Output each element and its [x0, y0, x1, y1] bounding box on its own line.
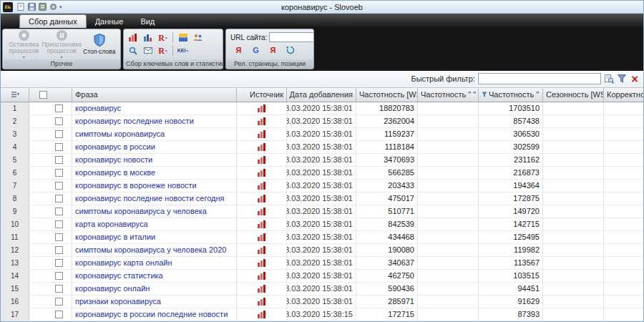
table-row[interactable]: 16 признаки коронавируса 13.03.2020 15:3…	[1, 296, 643, 308]
mail-stats-button[interactable]	[141, 45, 155, 57]
row-checkbox[interactable]	[55, 259, 63, 267]
corner-header-cell[interactable]	[1, 88, 29, 102]
phrase-cell[interactable]: коронавирус в россии последние новости	[72, 308, 237, 321]
freq-ws-cell: 1118184	[356, 141, 418, 153]
tab-view[interactable]: Вид	[132, 15, 163, 28]
table-row[interactable]: 9 симптомы коронавируса у человека 13.03…	[1, 205, 643, 218]
phrase-cell[interactable]: симптомы коронавируса	[72, 128, 237, 140]
google-positions-button[interactable]: G	[249, 44, 263, 56]
stop-words-button[interactable]: Стоп-слова	[81, 34, 119, 56]
phrase-cell[interactable]: коронавирус онлайн	[72, 283, 237, 295]
phrase-cell[interactable]: коронавирус	[72, 102, 237, 114]
wordstat-parse-button[interactable]	[126, 32, 140, 44]
table-row[interactable]: 6 коронавирус в москве 13.03.2020 15:38:…	[1, 167, 643, 180]
phrase-cell[interactable]: коронавирус карта онлайн	[72, 257, 237, 269]
rambler-top-button[interactable]: R ▾	[156, 45, 170, 57]
row-checkbox[interactable]	[55, 117, 63, 125]
phrase-cell[interactable]: коронавирус последние новости сегодня	[72, 192, 237, 205]
filter-settings-button[interactable]	[617, 74, 627, 84]
wordstat-stats-button[interactable]	[141, 32, 155, 44]
table-row[interactable]: 11 коронавирус в италии 13.03.2020 15:38…	[1, 231, 643, 244]
table-row[interactable]: 17 коронавирус в россии последние новост…	[1, 308, 643, 321]
source-cell	[237, 308, 287, 321]
phrase-cell[interactable]: признаки коронавируса	[72, 296, 237, 308]
stop-processes-button[interactable]: Остановка процессов ▾	[5, 30, 43, 59]
freq-quoted-cell	[418, 128, 479, 140]
row-checkbox[interactable]	[55, 169, 63, 177]
table-row[interactable]: 15 коронавирус онлайн 13.03.2020 15:38:0…	[1, 283, 643, 296]
phrase-cell[interactable]: симптомы коронавируса у человека	[72, 205, 237, 218]
phrase-cell[interactable]: карта коронавируса	[72, 218, 237, 230]
row-checkbox[interactable]	[55, 195, 63, 203]
table-row[interactable]: 2 коронавирус последние новости 13.03.20…	[1, 115, 643, 128]
clear-filter-button[interactable]: ×	[630, 74, 640, 84]
table-row[interactable]: 3 симптомы коронавируса 13.03.2020 15:38…	[1, 128, 643, 141]
yandex-positions-button[interactable]: Я	[232, 44, 245, 56]
phrase-cell[interactable]: коронавирус в россии	[72, 141, 237, 153]
table-row[interactable]: 8 коронавирус последние новости сегодня …	[1, 192, 643, 205]
refresh-positions-button[interactable]	[283, 44, 297, 56]
url-input[interactable]	[269, 32, 314, 42]
phrase-cell[interactable]: симптомы коронавируса у человека 2020	[72, 244, 237, 256]
table-row[interactable]: 5 коронавирус новости 13.03.2020 15:38:0…	[1, 154, 643, 167]
col-header-freq-ws[interactable]: Частотность [WS	[356, 88, 418, 102]
people-stats-button[interactable]	[191, 32, 205, 44]
ribbon-group-positions: URL сайта: Я G Я	[225, 29, 314, 69]
freq-ws-cell: 340637	[356, 257, 418, 269]
col-header-freq-exact[interactable]: Частотность "	[479, 88, 543, 102]
col-header-phrase[interactable]: Фраза	[72, 88, 237, 102]
row-checkbox[interactable]	[55, 156, 63, 164]
row-checkbox[interactable]	[55, 298, 63, 306]
table-row[interactable]: 13 коронавирус карта онлайн 13.03.2020 1…	[1, 257, 643, 270]
col-header-correctness[interactable]: Корректнос	[604, 88, 643, 102]
row-checkbox[interactable]	[55, 272, 63, 280]
row-checkbox[interactable]	[55, 182, 63, 190]
direct-budget-button[interactable]	[176, 32, 190, 44]
table-row[interactable]: 12 симптомы коронавируса у человека 2020…	[1, 244, 643, 257]
select-all-checkbox[interactable]	[39, 91, 47, 99]
search-count-button[interactable]	[126, 45, 140, 57]
app-icon[interactable]: ЁБ	[3, 2, 13, 12]
row-checkbox[interactable]	[55, 220, 63, 228]
row-checkbox[interactable]	[55, 130, 63, 138]
row-number: 9	[1, 205, 29, 218]
phrase-cell[interactable]: коронавирус последние новости	[72, 115, 237, 127]
qat-dropdown-icon[interactable]: ▾	[59, 4, 62, 10]
tab-collect-data[interactable]: Сбор данных	[19, 14, 87, 28]
row-number: 6	[1, 167, 29, 179]
row-checkbox[interactable]	[55, 246, 63, 254]
phrase-cell[interactable]: коронавирус в москве	[72, 167, 237, 179]
table-row[interactable]: 1 коронавирус 13.03.2020 15:38:01 188207…	[1, 102, 643, 115]
pause-processes-button[interactable]: Приостановка процессов ▾	[43, 30, 81, 59]
phrase-cell[interactable]: коронавирус в воронеже новости	[72, 180, 237, 192]
table-row[interactable]: 7 коронавирус в воронеже новости 13.03.2…	[1, 180, 643, 192]
quick-filter-input[interactable]	[478, 73, 601, 84]
table-row[interactable]: 10 карта коронавируса 13.03.2020 15:38:0…	[1, 218, 643, 231]
row-checkbox[interactable]	[55, 143, 63, 151]
row-checkbox[interactable]	[55, 208, 63, 215]
freq-exact-cell: 1703510	[479, 102, 543, 114]
row-checkbox[interactable]	[55, 311, 63, 318]
col-header-seasonality[interactable]: Сезонность [WS]	[543, 88, 604, 102]
table-row[interactable]: 4 коронавирус в россии 13.03.2020 15:38:…	[1, 141, 643, 154]
yandex-pages-button[interactable]: Я	[266, 44, 280, 56]
row-checkbox[interactable]	[55, 233, 63, 241]
phrase-cell[interactable]: коронавирус статистика	[72, 270, 237, 282]
row-checkbox[interactable]	[55, 104, 63, 112]
tab-data[interactable]: Данные	[87, 15, 132, 28]
phrase-cell[interactable]: коронавирус новости	[72, 154, 237, 166]
save-icon[interactable]	[27, 3, 36, 11]
settings-gear-icon[interactable]	[49, 3, 57, 11]
row-checkbox[interactable]	[55, 285, 63, 293]
col-header-freq-quoted[interactable]: Частотность " " [	[418, 88, 479, 102]
export-icon[interactable]	[38, 3, 47, 11]
phrase-cell[interactable]: коронавирус в италии	[72, 231, 237, 243]
new-project-icon[interactable]	[16, 3, 25, 11]
col-header-source[interactable]: Источник	[237, 88, 287, 102]
column-filter-icon[interactable]	[482, 92, 487, 97]
table-row[interactable]: 14 коронавирус статистика 13.03.2020 15:…	[1, 270, 643, 283]
col-header-date-added[interactable]: Дата добавления	[287, 88, 356, 102]
kei-button[interactable]: KEI ▾	[176, 45, 190, 57]
rambler-adstat-button[interactable]: R ▾	[156, 32, 170, 44]
filter-search-button[interactable]	[604, 74, 614, 84]
